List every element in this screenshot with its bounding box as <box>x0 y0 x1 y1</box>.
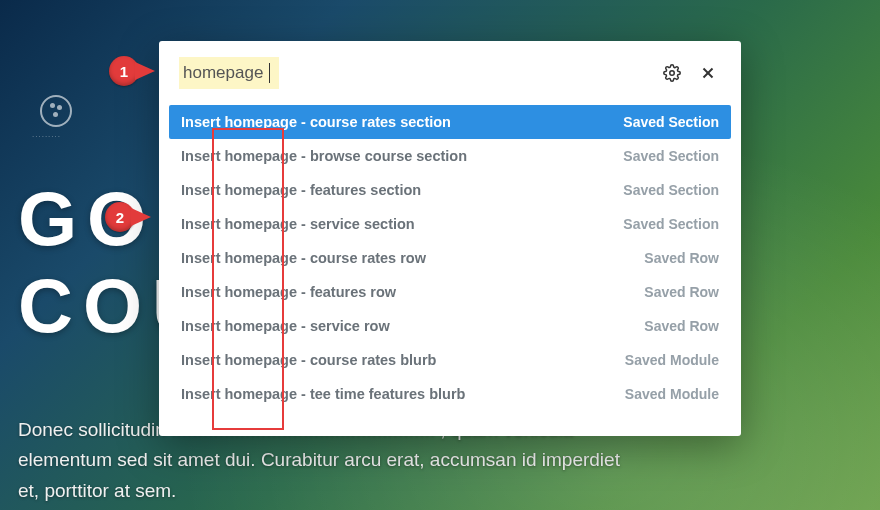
result-tag: Saved Row <box>644 250 719 266</box>
result-row[interactable]: Insert homepage - course rates rowSaved … <box>169 241 731 275</box>
quick-actions-panel: Insert homepage - course rates sectionSa… <box>159 41 741 436</box>
result-row[interactable]: Insert homepage - features sectionSaved … <box>169 173 731 207</box>
svg-point-0 <box>670 71 675 76</box>
result-row[interactable]: Insert homepage - tee time features blur… <box>169 377 731 411</box>
result-row[interactable]: Insert homepage - course rates blurbSave… <box>169 343 731 377</box>
module-handle-icon[interactable] <box>40 95 72 127</box>
gear-icon <box>663 64 681 82</box>
result-tag: Saved Section <box>623 216 719 232</box>
result-tag: Saved Row <box>644 318 719 334</box>
result-label: Insert homepage - course rates row <box>181 250 426 266</box>
result-label: Insert homepage - course rates section <box>181 114 451 130</box>
result-tag: Saved Section <box>623 182 719 198</box>
search-input[interactable] <box>179 57 279 89</box>
result-row[interactable]: Insert homepage - features rowSaved Row <box>169 275 731 309</box>
result-label: Insert homepage - course rates blurb <box>181 352 436 368</box>
result-label: Insert homepage - browse course section <box>181 148 467 164</box>
module-handle-label: ········· <box>32 132 61 141</box>
search-wrap <box>179 57 649 89</box>
panel-header <box>159 41 741 105</box>
result-tag: Saved Section <box>623 114 719 130</box>
result-row[interactable]: Insert homepage - service rowSaved Row <box>169 309 731 343</box>
settings-button[interactable] <box>659 60 685 86</box>
text-caret <box>269 63 270 83</box>
result-tag: Saved Row <box>644 284 719 300</box>
result-row[interactable]: Insert homepage - browse course sectionS… <box>169 139 731 173</box>
result-tag: Saved Module <box>625 352 719 368</box>
result-label: Insert homepage - service section <box>181 216 415 232</box>
result-label: Insert homepage - tee time features blur… <box>181 386 465 402</box>
result-tag: Saved Section <box>623 148 719 164</box>
close-icon <box>699 64 717 82</box>
hero-title-line1: GO <box>18 176 156 261</box>
result-row[interactable]: Insert homepage - course rates sectionSa… <box>169 105 731 139</box>
result-row[interactable]: Insert homepage - service sectionSaved S… <box>169 207 731 241</box>
result-label: Insert homepage - service row <box>181 318 390 334</box>
result-tag: Saved Module <box>625 386 719 402</box>
results-list: Insert homepage - course rates sectionSa… <box>159 105 741 436</box>
result-label: Insert homepage - features section <box>181 182 421 198</box>
close-button[interactable] <box>695 60 721 86</box>
result-label: Insert homepage - features row <box>181 284 396 300</box>
